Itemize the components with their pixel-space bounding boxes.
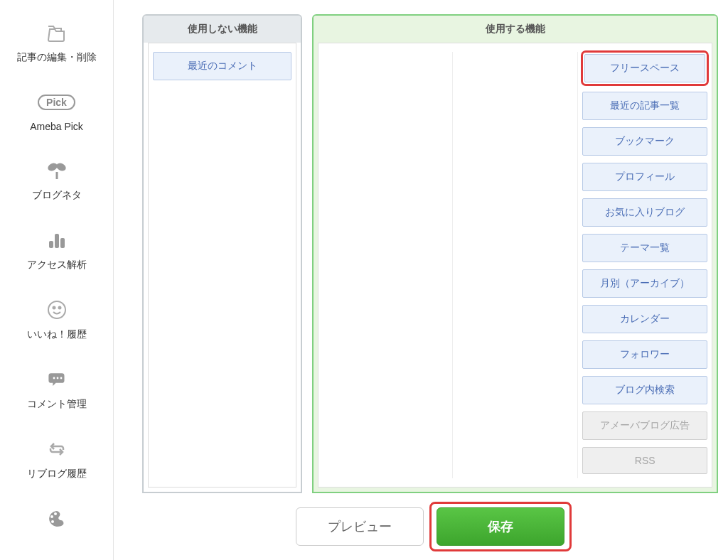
panel-unused: 使用しない機能 最近のコメント [142,14,302,493]
sidebar-item-ameba-pick[interactable]: Pick Ameba Pick [0,77,113,145]
panel-used-title: 使用する機能 [314,16,717,43]
sidebar-item-label: ブログネタ [32,189,82,202]
panels-row: 使用しない機能 最近のコメント 使用する機能 フリースペース最近の記事一覧ブック… [142,14,718,493]
panel-used: 使用する機能 フリースペース最近の記事一覧ブックマークプロフィールお気に入りブロ… [312,14,718,493]
save-button[interactable]: 保存 [437,507,564,546]
sidebar-item-label: いいね！履歴 [27,328,87,341]
reblog-icon [46,436,68,462]
main-content: 使用しない機能 最近のコメント 使用する機能 フリースペース最近の記事一覧ブック… [114,0,728,560]
svg-rect-3 [55,234,59,248]
widget-item[interactable]: テーマ一覧 [582,234,707,262]
used-column-3[interactable]: フリースペース最近の記事一覧ブックマークプロフィールお気に入りブログテーマ一覧月… [582,52,707,478]
svg-rect-2 [49,241,53,248]
used-column-2[interactable] [452,52,579,478]
svg-point-5 [48,301,65,318]
bar-chart-icon [46,227,68,253]
sidebar-item-label: アクセス解析 [27,259,87,271]
widget-item[interactable]: お気に入りブログ [582,198,707,227]
sidebar-item-comment-manage[interactable]: コメント管理 [0,354,113,424]
svg-point-12 [54,512,57,515]
sidebar-item-label: 記事の編集・削除 [17,51,97,64]
sidebar-item-reblog-history[interactable]: リブログ履歴 [0,424,113,493]
svg-rect-4 [60,238,65,248]
svg-point-10 [60,377,62,379]
widget-item[interactable]: フリースペース [584,54,705,82]
widget-item[interactable]: 最近のコメント [153,52,291,80]
svg-point-13 [51,520,54,523]
sidebar-item-design[interactable] [0,493,113,550]
widget-item: アメーバブログ広告 [582,411,707,440]
folder-icon [46,20,68,45]
widget-item[interactable]: ブログ内検索 [582,376,707,404]
panel-used-body: フリースペース最近の記事一覧ブックマークプロフィールお気に入りブログテーマ一覧月… [318,43,712,488]
footer-buttons: プレビュー 保存 [142,493,718,560]
widget-item[interactable]: カレンダー [582,305,707,333]
widget-item[interactable]: フォロワー [582,340,707,369]
sidebar: 記事の編集・削除 Pick Ameba Pick ブログネタ アクセス解析 [0,0,114,560]
svg-point-8 [53,377,55,379]
preview-button[interactable]: プレビュー [296,507,424,546]
widget-item[interactable]: プロフィール [582,163,707,191]
widget-item[interactable]: ブックマーク [582,127,707,156]
sidebar-item-label: リブログ履歴 [27,468,87,480]
palette-icon [46,506,68,532]
sidebar-item-label: コメント管理 [27,398,87,411]
svg-point-11 [50,515,53,518]
widget-item[interactable]: 最近の記事一覧 [582,92,707,120]
panel-unused-title: 使用しない機能 [144,16,301,43]
sidebar-item-like-history[interactable]: いいね！履歴 [0,284,113,354]
pick-icon: Pick [38,90,75,115]
smile-icon [47,297,67,323]
widget-item: RSS [582,447,707,474]
panel-unused-body[interactable]: 最近のコメント [148,43,296,488]
sprout-icon [46,158,68,183]
sidebar-item-label: Ameba Pick [30,121,83,132]
svg-point-1 [55,162,67,173]
widget-item[interactable]: 月別（アーカイブ） [582,269,707,298]
sidebar-item-edit-delete[interactable]: 記事の編集・削除 [0,7,113,77]
sidebar-item-analytics[interactable]: アクセス解析 [0,215,113,284]
used-column-1[interactable] [323,52,448,478]
svg-point-7 [58,307,60,309]
svg-point-6 [53,307,55,309]
comment-icon [46,367,68,392]
svg-point-9 [56,377,58,379]
sidebar-item-blog-neta[interactable]: ブログネタ [0,145,113,215]
